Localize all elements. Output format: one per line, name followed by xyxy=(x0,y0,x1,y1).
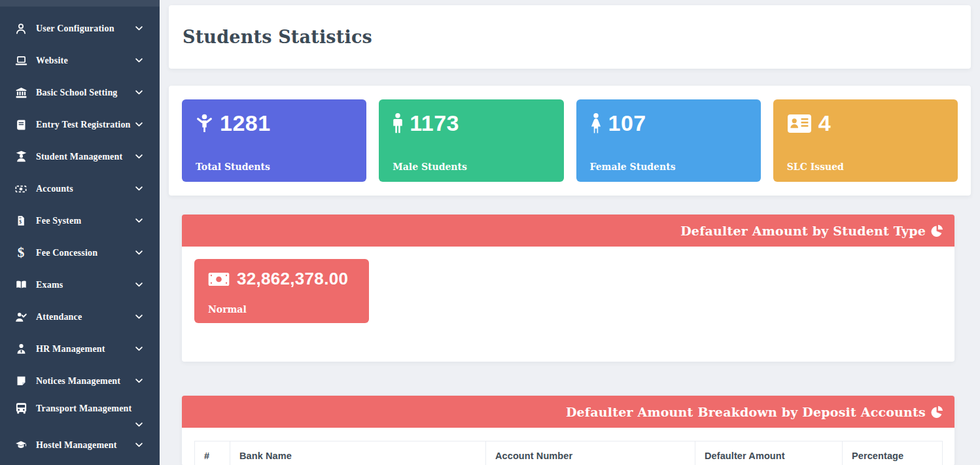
stat-card-top: 4 xyxy=(787,111,944,136)
defaulter-breakdown-header[interactable]: Defaulter Amount Breakdown by Deposit Ac… xyxy=(182,396,954,428)
defaulter-by-type-body: 32,862,378.00 Normal xyxy=(182,247,954,362)
section-title: Defaulter Amount by Student Type xyxy=(680,224,926,238)
page-title: Students Statistics xyxy=(183,27,372,47)
sidebar-item-attendance[interactable]: Attendance xyxy=(0,301,160,333)
sidebar-item-fee-system[interactable]: $ Fee System xyxy=(0,205,160,237)
user-graduate-icon xyxy=(14,150,27,164)
sidebar-item-transport-management[interactable]: Transport Management xyxy=(0,397,160,429)
column-header-percentage: Percentage xyxy=(843,441,943,465)
male-icon xyxy=(393,113,403,134)
chevron-down-icon xyxy=(135,58,143,63)
stat-label: Female Students xyxy=(590,162,747,172)
graduation-cap-icon xyxy=(14,439,27,452)
sidebar-item-label: User Configuration xyxy=(36,24,114,34)
stat-card-top: 107 xyxy=(590,111,747,136)
university-icon xyxy=(14,86,27,99)
dollar-sign-icon: $ xyxy=(14,247,27,260)
table-header-row: # Bank Name Account Number Defaulter Amo… xyxy=(195,441,943,465)
defaulter-breakdown-body: # Bank Name Account Number Defaulter Amo… xyxy=(182,428,954,465)
chart-pie-icon xyxy=(931,405,943,418)
sidebar-item-hr-management[interactable]: HR Management xyxy=(0,333,160,365)
stat-card-total-students[interactable]: 1281 Total Students xyxy=(182,99,366,182)
sidebar-item-basic-school-setting[interactable]: Basic School Setting xyxy=(0,77,160,109)
chevron-down-icon xyxy=(135,154,143,159)
chevron-down-icon xyxy=(135,315,143,319)
defaulter-card-label: Normal xyxy=(208,304,355,315)
sidebar-item-exams[interactable]: Exams xyxy=(0,269,160,301)
stat-card-male-students[interactable]: 1173 Male Students xyxy=(379,99,563,182)
laptop-icon xyxy=(14,54,27,67)
sidebar-item-label: Fee Concession xyxy=(36,248,97,258)
stat-card-female-students[interactable]: 107 Female Students xyxy=(576,99,761,182)
chevron-down-icon xyxy=(135,379,143,383)
sidebar-item-label: Transport Management xyxy=(36,404,143,414)
sidebar-item-label: Accounts xyxy=(36,184,73,194)
female-icon xyxy=(590,113,602,134)
sidebar-item-fee-concession[interactable]: $ Fee Concession xyxy=(0,237,160,269)
sidebar-item-label: Entry Test Registration xyxy=(36,120,131,130)
sidebar-item-label: HR Management xyxy=(36,344,105,354)
topbar-strip xyxy=(0,0,160,7)
stat-label: Total Students xyxy=(196,162,353,172)
chart-pie-icon xyxy=(931,224,943,237)
column-header-index: # xyxy=(195,441,230,465)
chevron-down-icon xyxy=(135,443,143,447)
sidebar-item-hostel-management[interactable]: Hostel Management xyxy=(0,429,160,461)
sidebar-item-entry-test-registration[interactable]: Entry Test Registration xyxy=(0,109,160,141)
sidebar-item-notices-management[interactable]: Notices Management xyxy=(0,365,160,397)
stat-card-top: 1281 xyxy=(196,111,353,136)
money-bill-icon xyxy=(208,272,230,286)
defaulter-by-type-section: Defaulter Amount by Student Type 32,862,… xyxy=(182,215,954,362)
chevron-down-icon xyxy=(135,26,143,31)
user-check-icon xyxy=(14,311,27,324)
stat-card-top: 1173 xyxy=(393,111,550,136)
bus-icon xyxy=(14,402,27,415)
column-header-bank-name: Bank Name xyxy=(230,441,486,465)
chevron-down-icon xyxy=(135,347,143,351)
column-header-account-number: Account Number xyxy=(486,441,695,465)
stat-label: Male Students xyxy=(393,162,550,172)
chevron-down-icon xyxy=(135,122,143,127)
user-icon xyxy=(14,22,27,35)
child-icon xyxy=(196,114,213,133)
file-invoice-dollar-icon: $ xyxy=(14,215,27,228)
stat-card-slc-issued[interactable]: 4 SLC Issued xyxy=(773,99,958,182)
chevron-down-icon xyxy=(135,250,143,255)
sidebar-item-user-configuration[interactable]: User Configuration xyxy=(0,12,160,44)
stats-panel: 1281 Total Students 1173 Male Students 1… xyxy=(169,86,971,196)
stat-value: 1281 xyxy=(220,111,271,136)
sidebar-item-label: Basic School Setting xyxy=(36,88,118,98)
user-tie-icon xyxy=(14,343,27,356)
sidebar-item-label: Student Management xyxy=(36,152,122,162)
chevron-down-icon xyxy=(135,90,143,95)
sidebar-nav: User Configuration Website Basic School … xyxy=(0,7,160,461)
defaulter-card-normal[interactable]: 32,862,378.00 Normal xyxy=(194,259,369,323)
sidebar-item-website[interactable]: Website xyxy=(0,44,160,77)
sidebar-item-label: Attendance xyxy=(36,312,82,322)
stat-label: SLC Issued xyxy=(787,162,944,172)
chevron-down-icon xyxy=(135,283,143,287)
svg-text:$: $ xyxy=(19,219,22,225)
main-content: Students Statistics 1281 Total Students … xyxy=(160,0,980,465)
defaulter-breakdown-section: Defaulter Amount Breakdown by Deposit Ac… xyxy=(182,396,954,465)
stat-value: 4 xyxy=(818,111,831,136)
defaulter-amount-value: 32,862,378.00 xyxy=(237,269,348,289)
stat-value: 107 xyxy=(608,111,646,136)
chevron-down-icon xyxy=(14,422,143,427)
sidebar-item-label: Hostel Management xyxy=(36,440,117,451)
sidebar-item-label: Website xyxy=(36,56,68,66)
book-icon xyxy=(14,118,27,131)
sidebar-item-label: Fee System xyxy=(36,216,81,226)
defaulter-card-top: 32,862,378.00 xyxy=(208,269,355,289)
sidebar-item-student-management[interactable]: Student Management xyxy=(0,141,160,173)
chevron-down-icon xyxy=(135,186,143,191)
section-title: Defaulter Amount Breakdown by Deposit Ac… xyxy=(566,405,926,419)
defaulter-by-type-header[interactable]: Defaulter Amount by Student Type xyxy=(182,215,954,247)
sidebar-item-label: Exams xyxy=(36,280,63,290)
sticky-note-icon xyxy=(14,375,27,388)
page-header: Students Statistics xyxy=(169,5,971,69)
id-card-icon xyxy=(787,114,812,133)
column-header-defaulter-amount: Defaulter Amount xyxy=(695,441,843,465)
sidebar: User Configuration Website Basic School … xyxy=(0,0,160,465)
sidebar-item-accounts[interactable]: Accounts xyxy=(0,173,160,205)
